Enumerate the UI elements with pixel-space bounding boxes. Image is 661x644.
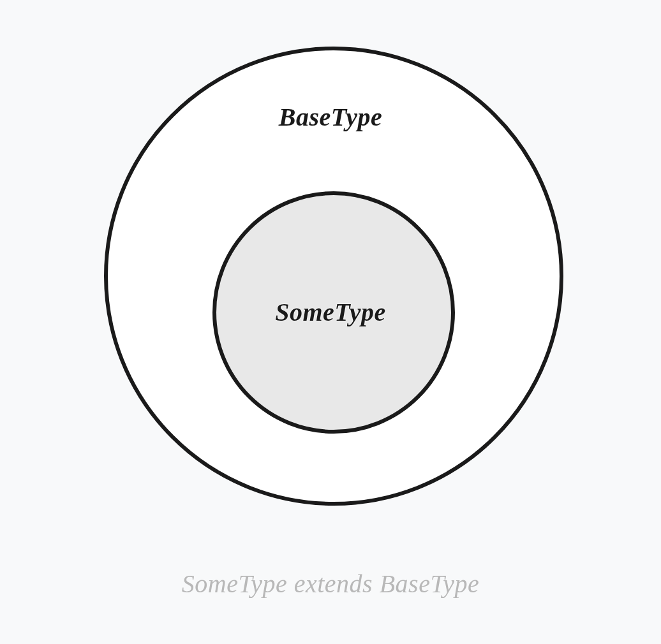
outer-circle-label: BaseType [0,102,661,132]
inner-circle-label: SomeType [0,297,661,327]
diagram-caption: SomeType extends BaseType [0,569,661,599]
